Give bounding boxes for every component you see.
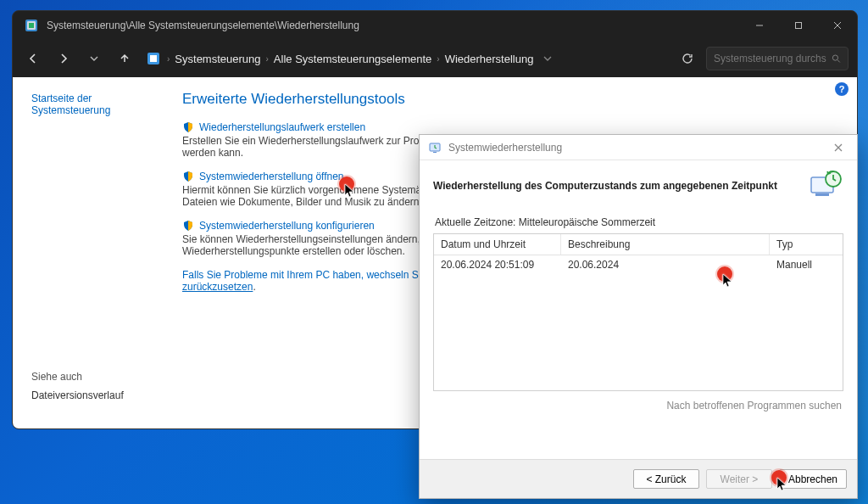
file-history-link[interactable]: Dateiversionsverlauf	[31, 389, 124, 401]
svg-rect-2	[29, 23, 34, 28]
dialog-titlebar: Systemwiederherstellung	[420, 135, 857, 160]
forward-button[interactable]	[52, 47, 75, 70]
next-button[interactable]: Weiter >	[706, 469, 772, 489]
timezone-label: Aktuelle Zeitzone: Mitteleuropäische Som…	[435, 216, 843, 228]
see-also-header: Siehe auch	[31, 371, 170, 383]
cancel-button[interactable]: Abbrechen	[779, 469, 847, 489]
search-field[interactable]	[714, 53, 826, 64]
shield-icon	[182, 171, 194, 182]
cell-description: 20.06.2024	[561, 255, 770, 274]
back-button[interactable]: < Zurück	[633, 469, 699, 489]
system-restore-dialog: Systemwiederherstellung Wiederherstellun…	[419, 134, 858, 499]
refresh-button[interactable]	[676, 47, 699, 70]
sidebar: Startseite der Systemsteuerung Siehe auc…	[13, 77, 182, 428]
dialog-title: Systemwiederherstellung	[448, 142, 562, 154]
cell-type: Manuell	[770, 255, 843, 274]
search-icon	[832, 53, 841, 64]
shield-icon	[182, 121, 194, 133]
dialog-close-button[interactable]	[826, 138, 850, 157]
shield-icon	[182, 220, 194, 232]
restore-points-table[interactable]: Datum und Uhrzeit Beschreibung Typ 20.06…	[433, 233, 843, 391]
dialog-header: Wiederherstellung des Computerzustands z…	[433, 169, 843, 204]
titlebar: Systemsteuerung\Alle Systemsteuerungsele…	[13, 11, 857, 40]
close-button[interactable]	[818, 11, 857, 40]
svg-rect-3	[796, 23, 802, 29]
svg-point-6	[833, 55, 838, 60]
dialog-footer: < Zurück Weiter > Abbrechen	[420, 459, 857, 498]
search-input[interactable]	[706, 47, 849, 70]
col-type[interactable]: Typ	[770, 234, 843, 255]
tool-create-recovery-drive: Wiederherstellungslaufwerk erstellen	[182, 121, 840, 133]
maximize-button[interactable]	[779, 11, 818, 40]
window-title: Systemsteuerung\Alle Systemsteuerungsele…	[47, 20, 359, 31]
sidebar-home-link[interactable]: Startseite der Systemsteuerung	[31, 92, 170, 116]
chevron-right-icon: ›	[167, 54, 170, 64]
control-panel-icon	[25, 19, 38, 32]
chevron-right-icon: ›	[437, 54, 439, 64]
tool1-link[interactable]: Wiederherstellungslaufwerk erstellen	[199, 121, 365, 133]
breadcrumb-mid[interactable]: Alle Systemsteuerungselemente	[274, 53, 431, 65]
system-restore-icon	[428, 141, 442, 154]
col-description[interactable]: Beschreibung	[561, 234, 770, 255]
up-button[interactable]	[113, 47, 136, 70]
svg-rect-9	[815, 193, 829, 196]
breadcrumb-root[interactable]: Systemsteuerung	[175, 53, 260, 65]
breadcrumb-leaf[interactable]: Wiederherstellung	[445, 53, 534, 65]
help-icon[interactable]: ?	[835, 82, 849, 96]
dialog-heading: Wiederherstellung des Computerzustands z…	[433, 180, 798, 193]
cell-datetime: 20.06.2024 20:51:09	[434, 255, 561, 274]
recent-dropdown[interactable]	[82, 47, 106, 70]
scan-affected-programs[interactable]: Nach betroffenen Programmen suchen	[433, 400, 842, 412]
restore-computer-icon	[808, 169, 843, 204]
troubleshoot-dot: .	[253, 281, 255, 293]
table-row[interactable]: 20.06.2024 20:51:09 20.06.2024 Manuell	[434, 255, 843, 274]
control-panel-icon	[147, 52, 160, 65]
reset-link[interactable]: zurückzusetzen	[182, 281, 253, 293]
tool2-link[interactable]: Systemwiederherstellung öffnen	[199, 171, 344, 182]
tool3-link[interactable]: Systemwiederherstellung konfigurieren	[199, 220, 375, 232]
toolbar: › Systemsteuerung › Alle Systemsteuerung…	[13, 40, 857, 77]
col-datetime[interactable]: Datum und Uhrzeit	[434, 234, 561, 255]
back-button[interactable]	[21, 47, 45, 70]
chevron-right-icon: ›	[266, 54, 269, 64]
breadcrumb[interactable]: › Systemsteuerung › Alle Systemsteuerung…	[147, 52, 533, 65]
page-heading: Erweiterte Wiederherstellungstools	[182, 91, 840, 108]
svg-rect-5	[150, 55, 157, 62]
see-also-section: Siehe auch Dateiversionsverlauf	[31, 371, 170, 401]
chevron-down-icon[interactable]	[543, 53, 552, 65]
table-header: Datum und Uhrzeit Beschreibung Typ	[434, 234, 843, 255]
minimize-button[interactable]	[740, 11, 779, 40]
